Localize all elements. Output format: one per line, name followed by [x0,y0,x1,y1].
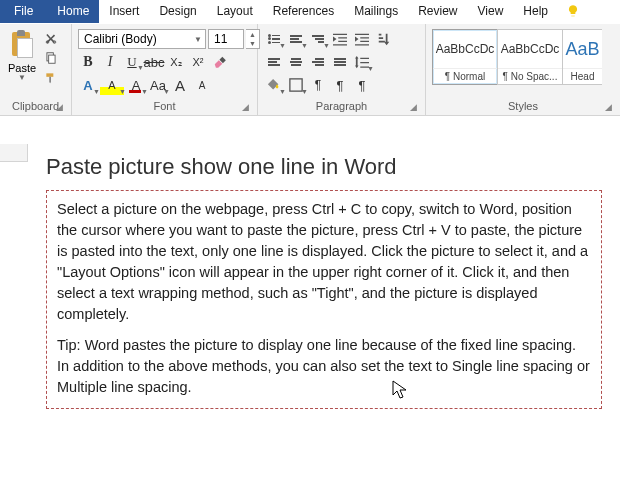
borders-button[interactable]: ▼ [286,75,306,95]
tab-mailings[interactable]: Mailings [344,0,408,23]
style-preview: AaBbCcDc [498,30,562,68]
tab-review[interactable]: Review [408,0,467,23]
line-spacing-button[interactable]: ▼ [352,52,372,72]
cut-button[interactable] [42,30,60,46]
svg-rect-3 [49,55,55,63]
change-case-button[interactable]: Aa▼ [148,75,168,95]
italic-button[interactable]: I [100,52,120,72]
font-name-combo[interactable]: Calibri (Body) ▼ [78,29,206,49]
paste-dropdown-icon[interactable]: ▼ [18,73,26,82]
decrease-indent-button[interactable] [330,29,350,49]
sort-button[interactable] [374,29,394,49]
paragraph-launcher-icon[interactable]: ◢ [410,102,417,112]
shrink-font-button[interactable]: A [192,75,212,95]
font-size-value: 11 [214,32,227,46]
grow-font-button[interactable]: A [170,75,190,95]
group-font: Calibri (Body) ▼ 11 ▲ ▼ B I U▼ abc [72,24,258,115]
text-effects-button[interactable]: A▼ [78,75,98,95]
page: Paste picture show one line in Word Sele… [28,144,620,419]
ribbon: Paste ▼ Clipboard ◢ [0,24,620,116]
paste-icon [9,30,35,60]
document-title[interactable]: Paste picture show one line in Word [46,154,602,180]
document-area[interactable]: Paste picture show one line in Word Sele… [0,144,620,500]
font-color-button[interactable]: A▼ [126,75,146,95]
tab-design[interactable]: Design [149,0,206,23]
ltr-direction-button[interactable]: ¶ [308,75,328,95]
font-launcher-icon[interactable]: ◢ [242,102,249,112]
strikethrough-button[interactable]: abc [144,52,164,72]
copy-button[interactable] [42,50,60,66]
tab-file[interactable]: File [0,0,47,23]
tab-layout[interactable]: Layout [207,0,263,23]
group-label-font: Font ◢ [78,98,251,115]
bold-button[interactable]: B [78,52,98,72]
group-clipboard: Paste ▼ Clipboard ◢ [0,24,72,115]
font-size-combo[interactable]: 11 [208,29,244,49]
numbering-button[interactable]: ▼ [286,29,306,49]
subscript-button[interactable]: X₂ [166,52,186,72]
shading-button[interactable]: ▼ [264,75,284,95]
font-name-value: Calibri (Body) [84,32,157,46]
clear-formatting-button[interactable] [210,52,230,72]
paragraph-1[interactable]: Select a picture on the webpage, press C… [57,199,591,325]
style-heading1[interactable]: AaB Head [562,29,602,85]
clipboard-launcher-icon[interactable]: ◢ [56,102,63,112]
highlight-button[interactable]: A▼ [100,75,124,95]
styles-launcher-icon[interactable]: ◢ [605,102,612,112]
align-right-button[interactable] [308,52,328,72]
show-marks-button[interactable]: ¶ [352,75,372,95]
tab-references[interactable]: References [263,0,344,23]
rtl-direction-button[interactable]: ¶ [330,75,350,95]
group-paragraph: ▼ ▼ ▼ ▼ ▼ ▼ ¶ ¶ [258,24,426,115]
tab-home[interactable]: Home [47,0,99,23]
justify-button[interactable] [330,52,350,72]
style-name-label: Head [563,68,602,84]
menu-bar: File Home Insert Design Layout Reference… [0,0,620,24]
tab-help[interactable]: Help [513,0,558,23]
selection-box: Select a picture on the webpage, press C… [46,190,602,409]
style-preview: AaB [563,30,602,68]
align-left-button[interactable] [264,52,284,72]
style-name-label: ¶ No Spac... [498,68,562,84]
style-name-label: ¶ Normal [433,68,497,84]
ruler-corner [0,144,28,162]
tell-me-icon[interactable] [560,0,586,23]
group-label-clipboard: Clipboard ◢ [6,98,65,115]
style-normal[interactable]: AaBbCcDc ¶ Normal [432,29,498,85]
tab-view[interactable]: View [468,0,514,23]
multilevel-list-button[interactable]: ▼ [308,29,328,49]
chevron-down-icon: ▼ [190,35,202,44]
align-center-button[interactable] [286,52,306,72]
superscript-button[interactable]: X² [188,52,208,72]
group-styles: AaBbCcDc ¶ Normal AaBbCcDc ¶ No Spac... … [426,24,620,115]
group-label-paragraph: Paragraph ◢ [264,98,419,115]
paste-button[interactable]: Paste ▼ [6,28,38,82]
group-label-styles: Styles ◢ [432,98,614,115]
paragraph-2[interactable]: Tip: Word pastes the picture to display … [57,335,591,398]
increase-indent-button[interactable] [352,29,372,49]
tab-insert[interactable]: Insert [99,0,149,23]
underline-button[interactable]: U▼ [122,52,142,72]
style-no-spacing[interactable]: AaBbCcDc ¶ No Spac... [497,29,563,85]
format-painter-button[interactable] [42,70,60,86]
style-preview: AaBbCcDc [433,30,497,68]
bullets-button[interactable]: ▼ [264,29,284,49]
